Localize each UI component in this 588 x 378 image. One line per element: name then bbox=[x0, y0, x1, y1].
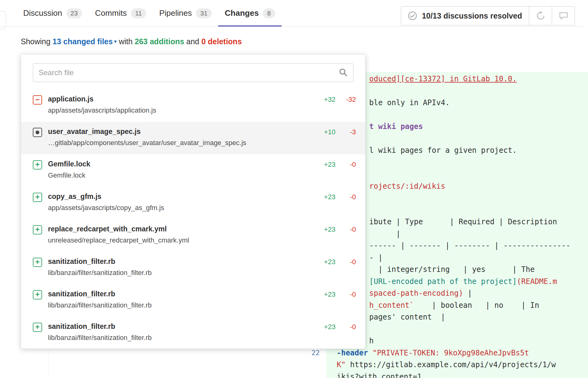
file-deletions: -3 bbox=[335, 127, 356, 154]
file-additions: +23 bbox=[311, 160, 335, 187]
diff-line: K" https://gitlab.example.com/api/v4/pro… bbox=[337, 359, 570, 371]
file-status-icon bbox=[33, 160, 42, 170]
diff-line: ------ | ------- | -------- | ----------… bbox=[369, 240, 570, 252]
diff-line: [URL-encoded path of the project](README… bbox=[369, 276, 570, 288]
changed-files-dropdown-toggle[interactable]: 13 changed files bbox=[53, 37, 113, 46]
diff-code-segment: h bbox=[369, 337, 374, 345]
file-meta: user_avatar_image_spec.js …gitlab/app/co… bbox=[48, 127, 311, 154]
diff-line: oduced][ce-13372] in GitLab 10.0. bbox=[369, 73, 570, 85]
file-deletions: -0 bbox=[335, 290, 356, 317]
tab-label: Pipelines bbox=[159, 8, 192, 18]
file-search bbox=[33, 63, 353, 82]
file-deletions: -0 bbox=[335, 322, 356, 349]
file-additions: +10 bbox=[311, 127, 335, 154]
comment-icon bbox=[559, 11, 569, 21]
file-name: application.js bbox=[48, 94, 311, 104]
diff-line bbox=[369, 168, 570, 180]
file-name: replace_redcarpet_with_cmark.yml bbox=[48, 224, 311, 234]
diff-code-segment: | integer/string | yes | The bbox=[369, 265, 535, 274]
diff-code-segment: | boolean | no | In bbox=[414, 301, 539, 310]
file-deletions: -0 bbox=[335, 160, 356, 187]
diff-code-segment: https://gitlab.example.com/api/v4/projec… bbox=[346, 360, 556, 369]
diff-line bbox=[369, 133, 570, 145]
file-meta: sanitization_filter.rb lib/banzai/filter… bbox=[48, 257, 311, 284]
tab-commits[interactable]: Commits 11 bbox=[89, 0, 153, 26]
diff-line bbox=[369, 157, 570, 169]
diff-code-segment: pages' content | bbox=[369, 313, 445, 321]
file-path: lib/banzai/filter/sanitization_filter.rb bbox=[48, 268, 311, 277]
file-additions: +23 bbox=[311, 225, 335, 252]
file-list-dropdown: application.js app/assets/javascripts/ap… bbox=[21, 54, 365, 349]
diff-line: spaced-path-encoding) | bbox=[369, 287, 570, 299]
file-deletions: -32 bbox=[335, 95, 356, 122]
diff-code-segment: h_content` bbox=[369, 301, 414, 310]
diff-code-segment: | bbox=[463, 289, 472, 298]
diff-code-segment: | bbox=[369, 230, 400, 238]
file-name: sanitization_filter.rb bbox=[48, 289, 311, 299]
file-path: Gemfile.lock bbox=[48, 171, 311, 180]
file-path: app/assets/javascripts/copy_as_gfm.js bbox=[48, 203, 311, 213]
file-status-icon bbox=[33, 128, 42, 137]
diff-code-segment: K" bbox=[337, 360, 346, 369]
file-additions: +32 bbox=[311, 95, 335, 122]
file-path: lib/banzai/filter/sanitization_filter.rb bbox=[48, 301, 311, 310]
file-name: sanitization_filter.rb bbox=[48, 322, 311, 331]
deletions-count: 0 deletions bbox=[201, 37, 242, 46]
file-deletions: -0 bbox=[335, 192, 356, 219]
diff-code-segment: "PRIVATE-TOKEN: 9koXpg98eAheJpvBs5t bbox=[373, 349, 529, 357]
diff-code-segment: t wiki pages bbox=[369, 122, 423, 131]
diff-code-segment: l wiki pages for a given project. bbox=[369, 146, 517, 155]
diff-line: - | bbox=[369, 252, 570, 264]
diff-code-segment: - | bbox=[369, 253, 383, 262]
search-icon bbox=[339, 68, 348, 77]
file-row[interactable]: sanitization_filter.rb lib/banzai/filter… bbox=[21, 317, 365, 349]
diff-line: ikis?with_content=1 bbox=[337, 371, 570, 378]
diff-line bbox=[369, 85, 570, 97]
file-additions: +23 bbox=[311, 257, 335, 284]
tab-label: Changes bbox=[225, 8, 259, 18]
diff-code-segment: -header bbox=[337, 349, 373, 357]
diff-line: h bbox=[369, 335, 570, 347]
changed-files-list: application.js app/assets/javascripts/ap… bbox=[21, 89, 365, 349]
file-status-icon bbox=[33, 258, 42, 267]
file-row[interactable]: sanitization_filter.rb lib/banzai/filter… bbox=[21, 284, 365, 317]
file-row[interactable]: copy_as_gfm.js app/assets/javascripts/co… bbox=[21, 187, 365, 219]
file-row[interactable]: sanitization_filter.rb lib/banzai/filter… bbox=[21, 252, 365, 284]
tab-changes[interactable]: Changes 8 bbox=[218, 0, 282, 26]
jump-to-next-discussion-button[interactable] bbox=[552, 6, 575, 25]
diff-code-segment: [URL-encoded path of the project] bbox=[369, 277, 517, 286]
file-status-icon bbox=[33, 225, 42, 234]
file-status-icon bbox=[33, 193, 42, 202]
file-status-icon bbox=[33, 290, 42, 299]
file-row[interactable]: replace_redcarpet_with_cmark.yml unrelea… bbox=[21, 219, 365, 252]
file-row[interactable]: user_avatar_image_spec.js …gitlab/app/co… bbox=[21, 122, 365, 154]
file-meta: application.js app/assets/javascripts/ap… bbox=[48, 94, 311, 122]
file-additions: +23 bbox=[311, 322, 335, 349]
diff-code-segment: oduced][ce-13372] in GitLab 10.0. bbox=[369, 75, 517, 83]
diff-line: l wiki pages for a given project. bbox=[369, 144, 570, 157]
tab-label: Discussion bbox=[23, 8, 62, 18]
diff-line: | integer/string | yes | The bbox=[369, 264, 570, 276]
file-meta: Gemfile.lock Gemfile.lock bbox=[48, 159, 311, 187]
file-status-icon bbox=[33, 323, 42, 332]
file-path: lib/banzai/filter/sanitization_filter.rb bbox=[48, 333, 311, 342]
diff-line bbox=[369, 192, 570, 204]
file-row[interactable]: Gemfile.lock Gemfile.lock +23 -0 bbox=[21, 154, 365, 187]
caret-down-icon: ▾ bbox=[114, 38, 117, 45]
file-meta: replace_redcarpet_with_cmark.yml unrelea… bbox=[48, 224, 311, 252]
diff-lines: oduced][ce-13372] in GitLab 10.0.ble onl… bbox=[369, 73, 570, 378]
diff-line: ibute | Type | Required | Description bbox=[369, 216, 570, 228]
file-row[interactable]: application.js app/assets/javascripts/ap… bbox=[21, 89, 365, 122]
file-additions: +23 bbox=[311, 192, 335, 219]
tab-discussion[interactable]: Discussion 23 bbox=[17, 0, 89, 26]
diff-line: 22-header "PRIVATE-TOKEN: 9koXpg98eAheJp… bbox=[337, 347, 570, 359]
file-deletions: -0 bbox=[335, 257, 356, 284]
resolve-all-in-new-issue-button[interactable] bbox=[529, 6, 552, 25]
diff-code-segment: ------ | ------- | -------- | ----------… bbox=[369, 241, 570, 250]
tab-pipelines[interactable]: Pipelines 31 bbox=[153, 0, 218, 26]
tab-count-badge: 8 bbox=[263, 8, 275, 18]
diff-line: | bbox=[369, 228, 570, 240]
file-path: unreleased/replace_redcarpet_with_cmark.… bbox=[48, 236, 311, 245]
diff-panel-left-edge bbox=[49, 350, 49, 378]
file-search-input[interactable] bbox=[33, 63, 353, 82]
